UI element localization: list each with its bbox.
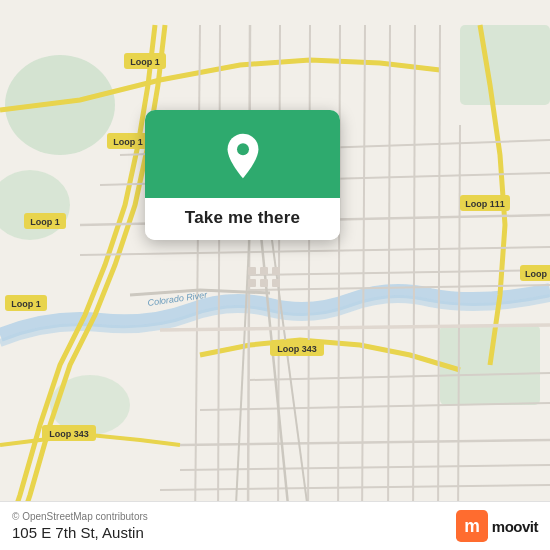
svg-rect-25 <box>272 267 280 275</box>
svg-text:Loop: Loop <box>525 269 547 279</box>
osm-attribution: © OpenStreetMap contributors <box>12 511 148 522</box>
svg-rect-28 <box>272 279 280 287</box>
svg-text:Loop 1: Loop 1 <box>113 137 143 147</box>
svg-text:Loop 343: Loop 343 <box>277 344 317 354</box>
svg-text:Loop 1: Loop 1 <box>11 299 41 309</box>
svg-text:Loop 1: Loop 1 <box>30 217 60 227</box>
location-pin-icon <box>219 132 267 180</box>
svg-rect-23 <box>248 267 256 275</box>
address-label: 105 E 7th St, Austin <box>12 524 148 541</box>
svg-rect-24 <box>260 267 268 275</box>
svg-rect-3 <box>460 25 550 105</box>
map-container: Loop 1 Loop 1 Loop 1 Loop 1 Loop 111 Loo… <box>0 0 550 550</box>
moovit-icon: m <box>456 510 488 542</box>
svg-rect-26 <box>248 279 256 287</box>
svg-text:Loop 343: Loop 343 <box>49 429 89 439</box>
location-card: Take me there <box>145 110 340 240</box>
take-me-there-button[interactable]: Take me there <box>185 208 300 227</box>
svg-text:Loop 111: Loop 111 <box>465 199 505 209</box>
map-background: Loop 1 Loop 1 Loop 1 Loop 1 Loop 111 Loo… <box>0 0 550 550</box>
card-top <box>145 110 340 198</box>
svg-point-29 <box>237 143 249 155</box>
svg-text:Loop 1: Loop 1 <box>130 57 160 67</box>
svg-text:m: m <box>464 516 480 536</box>
svg-rect-27 <box>260 279 268 287</box>
bottom-left: © OpenStreetMap contributors 105 E 7th S… <box>12 511 148 541</box>
moovit-logo: m moovit <box>456 510 538 542</box>
bottom-bar: © OpenStreetMap contributors 105 E 7th S… <box>0 501 550 550</box>
moovit-text: moovit <box>492 518 538 535</box>
card-bottom[interactable]: Take me there <box>145 198 340 240</box>
